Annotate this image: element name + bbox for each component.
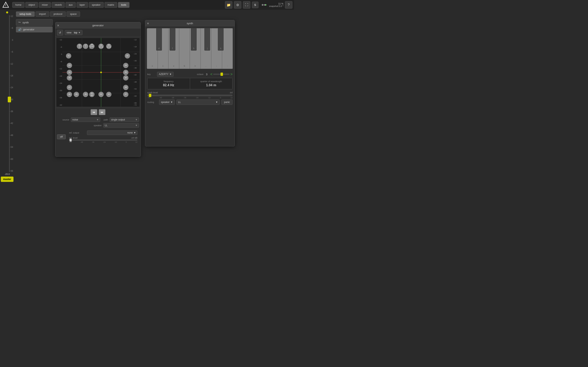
generator-label: generator: [23, 28, 35, 31]
speaker-select[interactable]: LL ▼: [103, 123, 139, 128]
generator-close-button[interactable]: ✕: [57, 24, 60, 27]
fullscreen-icon[interactable]: ⛶: [243, 1, 250, 8]
off-button[interactable]: off: [57, 134, 66, 139]
nav-aux[interactable]: aux: [66, 2, 76, 8]
sub-tabs: setup tools import protocol space: [16, 11, 292, 17]
speaker-node-20[interactable]: 2014 15: [106, 44, 112, 49]
reset-view-button[interactable]: ↺: [57, 30, 63, 35]
piano-key-colon[interactable]: :: [222, 28, 233, 69]
path-select[interactable]: single output ▼: [110, 117, 139, 122]
nav-mixer[interactable]: mixer: [39, 2, 51, 8]
source-path-row: source noise ▼ path single output ▼: [57, 117, 139, 122]
octave-up-button[interactable]: >: [230, 72, 233, 76]
settings-icon[interactable]: ⚙: [234, 1, 241, 8]
tab-setup-tools[interactable]: setup tools: [16, 11, 35, 17]
sidebar-item-synth[interactable]: 〜 synth: [16, 19, 53, 26]
nav-object[interactable]: object: [25, 2, 38, 8]
generator-visualization: −12 −6 0 −6 −12 −18 −24 −30 −36 −42 −12 …: [56, 38, 140, 107]
nav-layer[interactable]: layer: [77, 2, 88, 8]
speaker-node-34[interactable]: 34: [67, 70, 72, 75]
speaker-node-22[interactable]: 22: [125, 53, 130, 58]
piano-key-b[interactable]: b: [179, 28, 190, 69]
nav-reverb[interactable]: reverb: [52, 2, 65, 8]
snapshot-value: snapshot:5.0 *: [269, 5, 283, 7]
key-select[interactable]: AZERTY ▼: [157, 72, 173, 77]
ref-output-select[interactable]: none ▼: [87, 131, 138, 135]
piano-key-d[interactable]: d: [156, 28, 162, 50]
synth-close-button[interactable]: ✕: [147, 22, 149, 25]
s-button[interactable]: S: [252, 2, 259, 8]
tab-import[interactable]: import: [35, 11, 49, 17]
speaker-node-32[interactable]: 32: [98, 92, 104, 97]
source-select[interactable]: noise ▼: [71, 117, 100, 122]
speaker-label: speaker: [91, 124, 102, 127]
piano-key-h[interactable]: h: [191, 28, 197, 50]
routing-ll-value: LL: [178, 101, 181, 104]
synth-controls: key AZERTY ▼ octave 3 < >: [145, 71, 234, 78]
speaker-node-27[interactable]: 27: [67, 85, 72, 90]
fader-thumb[interactable]: [8, 97, 11, 102]
routing-ll-select[interactable]: LL ▼: [176, 100, 220, 105]
speaker-node-23[interactable]: 23: [67, 63, 72, 68]
nav-tools[interactable]: tools: [118, 2, 129, 8]
chevron-down-icon: ▼: [134, 131, 136, 134]
tab-protocol[interactable]: protocol: [50, 11, 66, 17]
frequency-value: 82.4 Hz: [149, 83, 188, 87]
synth-label: synth: [22, 21, 29, 24]
octave-down-button[interactable]: <: [210, 72, 213, 76]
speaker-node-18[interactable]: 188 9 10 11: [89, 44, 95, 49]
path-label: path: [102, 118, 108, 121]
speaker-node-31[interactable]: 3138: [89, 92, 95, 97]
folder-icon[interactable]: 📁: [225, 1, 232, 8]
view-select[interactable]: view top ▼: [65, 30, 82, 35]
speaker-node-25[interactable]: 25: [67, 75, 72, 81]
piano-key-k[interactable]: k: [218, 28, 224, 50]
sidebar-item-generator[interactable]: 🔊 generator: [16, 26, 53, 33]
help-icon[interactable]: ?: [285, 1, 292, 8]
generator-panel-title: generator: [92, 24, 104, 27]
transport-next-button[interactable]: ⏭: [99, 109, 105, 115]
speaker-node-30[interactable]: 30: [83, 92, 88, 97]
slider-thumb[interactable]: [70, 139, 72, 142]
panic-button[interactable]: panic: [221, 100, 233, 105]
nav-matrix[interactable]: matrix: [104, 2, 117, 8]
chevron-down-icon: ▼: [96, 118, 99, 121]
key-label: key: [147, 73, 155, 75]
frequency-box: frequency 82.4 Hz: [147, 78, 190, 89]
speaker-node-16[interactable]: 166: [77, 44, 82, 49]
view-label: view: [67, 31, 71, 34]
speaker-node-28[interactable]: 28: [123, 85, 129, 90]
speaker-node-26[interactable]: 26: [123, 75, 129, 81]
synth-level-thumb[interactable]: [149, 94, 151, 97]
tab-space[interactable]: space: [67, 11, 80, 17]
svg-point-5: [265, 4, 267, 6]
speaker-node-29[interactable]: 29: [74, 92, 79, 97]
synth-level-slider[interactable]: [147, 95, 233, 96]
routing-speaker-select[interactable]: speaker ▼: [159, 100, 175, 105]
master-fader-strip: −12 −6 0 −6 −12 −18 −24 −30 −36 −42 −48 …: [0, 10, 14, 184]
speaker-node-17[interactable]: 177: [83, 44, 88, 49]
speaker-node-24[interactable]: 24: [123, 63, 129, 68]
network-status: [261, 3, 267, 7]
octave-thumb[interactable]: [221, 73, 223, 76]
ref-level-slider[interactable]: [69, 140, 138, 141]
speaker-node-37[interactable]: 37: [123, 92, 129, 97]
piano-key-f[interactable]: f: [170, 28, 175, 50]
master-button[interactable]: master: [1, 176, 13, 182]
chevron-down-icon: ▼: [169, 73, 172, 76]
fader-scale: −12 −6 0 −6 −12 −18 −24 −30 −36 −42 −48 …: [1, 15, 13, 172]
speaker-node-33[interactable]: 33: [106, 92, 112, 97]
transport-prev-button[interactable]: ⏮: [91, 109, 97, 115]
chevron-down-icon: ▼: [171, 101, 173, 104]
octave-slider[interactable]: [213, 74, 229, 75]
nav-home[interactable]: home: [12, 2, 25, 8]
octave-label: octave: [197, 73, 203, 75]
synth-panel-title: synth: [187, 22, 193, 25]
speaker-node-19[interactable]: 1912 13: [98, 44, 104, 49]
speaker-node-35[interactable]: 35: [123, 70, 129, 75]
nav-speaker[interactable]: speaker: [89, 2, 104, 8]
speaker-node-21[interactable]: 21: [66, 53, 71, 58]
source-value: noise: [72, 118, 78, 121]
speaker-node-36[interactable]: 36: [67, 92, 72, 97]
piano-key-j[interactable]: j: [204, 28, 210, 50]
